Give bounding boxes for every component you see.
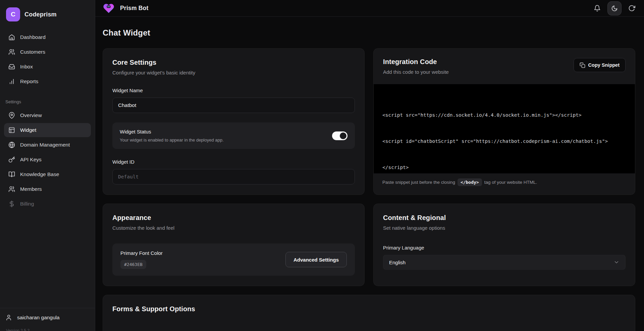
appearance-card: Appearance Customize the look and feel P… [103, 204, 365, 286]
card-subtitle: Set native language options [383, 225, 626, 231]
sidebar-item-label: Knowledge Base [20, 171, 59, 177]
refresh-button[interactable] [628, 5, 635, 12]
body-tag-chip: </body> [458, 178, 482, 186]
sidebar-item-members[interactable]: Members [4, 182, 91, 196]
topbar: Prism Bot [95, 0, 644, 17]
inbox-icon [8, 63, 15, 70]
chevron-down-icon [613, 259, 620, 265]
home-icon [8, 34, 15, 41]
widget-status-label: Widget Status [120, 129, 224, 134]
primary-language-label: Primary Language [383, 245, 626, 251]
version-label: Version 2.5.2 [5, 328, 90, 331]
primary-language-select[interactable]: English [383, 255, 626, 270]
note-text: Paste snippet just before the closing [382, 180, 455, 185]
card-title: Forms & Support Options [112, 305, 626, 313]
app-root: C Codeprism Dashboard Customers Inbox [0, 0, 644, 331]
copy-snippet-button[interactable]: Copy Snippet [574, 58, 626, 72]
sidebar-item-label: Domain Management [20, 142, 70, 148]
brand: C Codeprism [4, 5, 91, 30]
sidebar-item-label: API Keys [20, 157, 42, 163]
sidebar-footer: saicharan gangula Version 2.5.2 [0, 308, 95, 331]
sidebar-item-customers[interactable]: Customers [4, 45, 91, 59]
main-area: Prism Bot [95, 0, 644, 331]
panel-layout-icon [8, 127, 15, 133]
key-icon [8, 156, 15, 163]
user-menu[interactable]: saicharan gangula [5, 314, 90, 321]
theme-toggle-button[interactable] [607, 1, 622, 15]
sidebar: C Codeprism Dashboard Customers Inbox [0, 0, 95, 331]
content-regional-card: Content & Regional Set native language o… [373, 204, 635, 286]
sidebar-item-label: Customers [20, 49, 45, 55]
page-content: Chat Widget Core Settings Configure your… [95, 17, 644, 331]
copy-icon [580, 62, 585, 68]
bar-chart-icon [8, 78, 15, 85]
card-title: Core Settings [112, 59, 355, 66]
font-color-box: Primary Font Color #2463EB Advanced Sett… [112, 243, 355, 276]
widget-id-label: Widget ID [112, 159, 355, 165]
toggle-knob [340, 132, 346, 139]
widget-status-box: Widget Status Your widget is enabled to … [112, 122, 355, 149]
sidebar-item-label: Overview [20, 112, 42, 118]
brand-name: Codeprism [24, 11, 57, 18]
sidebar-item-widget[interactable]: Widget [4, 123, 91, 137]
primary-font-color-value: #2463EB [120, 260, 146, 269]
integration-note: Paste snippet just before the closing </… [374, 173, 635, 191]
card-subtitle: Customize the look and feel [112, 225, 355, 231]
page-title: Chat Widget [103, 28, 635, 38]
advanced-settings-button[interactable]: Advanced Settings [285, 252, 347, 267]
notifications-button[interactable] [594, 5, 601, 12]
sidebar-item-label: Inbox [20, 64, 33, 70]
sidebar-item-billing[interactable]: Billing [4, 197, 91, 211]
card-title: Appearance [112, 214, 355, 222]
prism-bot-logo-icon [103, 2, 115, 14]
selected-language: English [389, 260, 406, 265]
sidebar-item-reports[interactable]: Reports [4, 74, 91, 89]
integration-code-card: Integration Code Add this code to your w… [373, 48, 635, 195]
card-subtitle: Add this code to your website [383, 69, 449, 75]
codeprism-logo-icon: C [6, 7, 20, 21]
widget-name-input[interactable] [112, 98, 355, 113]
sidebar-item-label: Members [20, 186, 42, 192]
dollar-icon [8, 201, 15, 207]
primary-font-color-label: Primary Font Color [120, 250, 163, 256]
globe-icon [8, 142, 15, 148]
sidebar-item-label: Dashboard [20, 34, 46, 40]
card-title: Integration Code [383, 58, 449, 66]
users-icon [8, 186, 15, 192]
users-icon [8, 49, 15, 55]
sidebar-item-label: Reports [20, 78, 38, 85]
copy-snippet-label: Copy Snippet [588, 62, 620, 68]
bell-icon [594, 5, 601, 12]
card-title: Content & Regional [383, 214, 626, 222]
sidebar-item-label: Billing [20, 201, 34, 207]
refresh-icon [628, 5, 635, 12]
sidebar-item-domain-management[interactable]: Domain Management [4, 138, 91, 152]
widget-status-description: Your widget is enabled to appear in the … [120, 137, 224, 143]
user-icon [5, 314, 12, 321]
code-line: <script id="chatbotScript" src="https://… [382, 137, 626, 146]
forms-support-card: Forms & Support Options [103, 295, 635, 331]
sidebar-item-dashboard[interactable]: Dashboard [4, 30, 91, 44]
sidebar-item-knowledge-base[interactable]: Knowledge Base [4, 167, 91, 181]
widget-id-input[interactable] [112, 169, 355, 184]
code-line: </script> [382, 163, 626, 172]
sidebar-item-overview[interactable]: Overview [4, 108, 91, 122]
note-text: tag of your website HTML. [484, 180, 537, 185]
sidebar-item-inbox[interactable]: Inbox [4, 60, 91, 74]
card-subtitle: Configure your widget's basic identity [112, 70, 355, 75]
bot-title: Prism Bot [120, 5, 148, 12]
integration-code-block[interactable]: <script src="https://cdn.socket.io/4.4.0… [374, 84, 635, 173]
settings-section-label: Settings [4, 99, 91, 104]
code-line: <script src="https://cdn.socket.io/4.4.0… [382, 111, 626, 119]
core-settings-card: Core Settings Configure your widget's ba… [103, 48, 365, 195]
user-name: saicharan gangula [17, 315, 60, 321]
sidebar-item-label: Widget [20, 127, 36, 133]
sidebar-item-api-keys[interactable]: API Keys [4, 153, 91, 167]
widget-name-label: Widget Name [112, 88, 355, 93]
book-open-icon [8, 171, 15, 178]
widget-status-toggle[interactable] [332, 131, 347, 140]
moon-icon [611, 5, 618, 12]
map-pin-icon [8, 112, 15, 119]
